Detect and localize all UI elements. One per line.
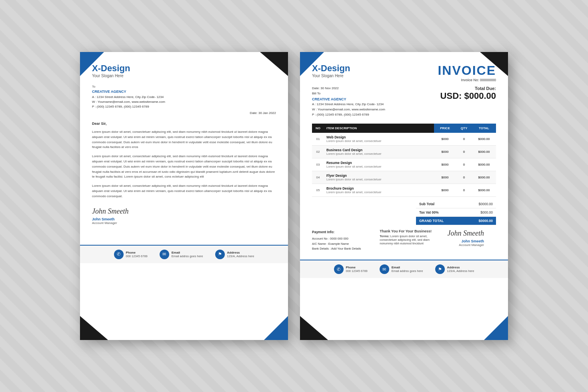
col-description: ITEM DESCRIPTION bbox=[324, 124, 434, 133]
item-price: $000 bbox=[434, 146, 456, 158]
address-value: 123/A, Address here bbox=[227, 254, 254, 258]
col-total: TOTAL bbox=[472, 124, 496, 133]
item-description: Lorem ipsum dolor sit amet, consectetuer bbox=[326, 152, 432, 156]
item-description: Lorem ipsum dolor sit amet, consectetuer bbox=[326, 165, 432, 168]
invoice-date: Date: 30 Nov 2022 bbox=[312, 86, 385, 91]
inv-footer-email: ✉ Email Email addrss goes here bbox=[380, 264, 423, 274]
inv-address-a: A : 1234 Street Address Here, City Zip C… bbox=[312, 102, 385, 107]
item-name: Resume Design bbox=[326, 161, 432, 165]
item-desc-cell: Flyer Design Lorem ipsum dolor sit amet,… bbox=[324, 171, 434, 184]
letterhead-footer: ✆ Phone 000 12345 6789 ✉ Email Email add… bbox=[80, 245, 288, 263]
letter-content: To CREATIVE AGENCY A : 1234 Street Addre… bbox=[80, 84, 288, 199]
inv-email-value: Email addrss goes here bbox=[392, 269, 423, 273]
email-label: Email bbox=[172, 251, 203, 254]
corner-bottom-left bbox=[80, 316, 108, 340]
item-desc-cell: Web Design Lorem ipsum dolor sit amet, c… bbox=[324, 133, 434, 146]
address-w: W : Yourname@email.com, www.websitename.… bbox=[92, 100, 276, 104]
bill-agency: CREATIVE AGENCY bbox=[312, 96, 385, 102]
grand-total-row: GRAND TOTAL $0000.00 bbox=[416, 217, 496, 225]
invoice-logo-name: X-Design bbox=[312, 63, 350, 74]
item-qty: 0 bbox=[456, 146, 472, 158]
col-qty: QTY bbox=[456, 124, 472, 133]
date-value: 30 Nov 2022 bbox=[320, 86, 338, 90]
thanks-section: Thank You For Your Business! Terms: Lore… bbox=[380, 229, 439, 252]
invoice-bill: Date: 30 Nov 2022 Bill To CREATIVE AGENC… bbox=[312, 86, 385, 117]
col-price: PRICE bbox=[434, 124, 456, 133]
invoice-footer: ✆ Phone 000 12345 6789 ✉ Email Email add… bbox=[300, 260, 508, 278]
grand-total-value: $0000.00 bbox=[464, 217, 496, 225]
inv-footer-phone-text: Phone 000 12345 6789 bbox=[346, 266, 368, 273]
item-desc-cell: Brochure Design Lorem ipsum dolor sit am… bbox=[324, 184, 434, 197]
acc-label: Account No bbox=[312, 237, 328, 240]
tax-value: $000.00 bbox=[464, 208, 496, 217]
invoice-corner-bottom-left bbox=[300, 316, 328, 340]
agency-name: CREATIVE AGENCY bbox=[92, 89, 276, 95]
inv-address-w: W : Yourname@email.com, www.websitename.… bbox=[312, 107, 385, 112]
subtotal-row: Sub Total $0000.00 bbox=[416, 200, 496, 208]
tax-label: Tax Vat 00% bbox=[416, 208, 464, 217]
letter-para-3: Lorem ipsum dolor sit amet, consectetuer… bbox=[92, 184, 276, 199]
phone-value: 000 12345 6789 bbox=[126, 254, 148, 258]
grand-total-label: GRAND TOTAL bbox=[416, 217, 464, 225]
phone-label: Phone bbox=[126, 251, 148, 254]
item-desc-cell: Resume Design Lorem ipsum dolor sit amet… bbox=[324, 158, 434, 171]
item-price: $000 bbox=[434, 158, 456, 171]
pages-container: X-Design Your Slogan Here To CREATIVE AG… bbox=[64, 36, 524, 356]
thanks-terms: Terms: Lorem ipsum dolor sit amet, conse… bbox=[380, 234, 439, 245]
subtotal-label: Sub Total bbox=[416, 200, 464, 208]
terms-label: Terms: bbox=[380, 234, 389, 238]
item-qty: 0 bbox=[456, 171, 472, 184]
footer-address: ⚑ Address 123/A, Address here bbox=[215, 250, 254, 259]
item-price: $000 bbox=[434, 133, 456, 146]
item-qty: 0 bbox=[456, 158, 472, 171]
address-a: A : 1234 Street Address Here, City Zip C… bbox=[92, 95, 276, 100]
footer-email-text: Email Email addrss goes here bbox=[172, 251, 203, 258]
invoice-table-row: 05 Brochure Design Lorem ipsum dolor sit… bbox=[312, 184, 496, 197]
invoice-header: X-Design Your Slogan Here INVOICE Invoic… bbox=[300, 52, 508, 86]
footer-email: ✉ Email Email addrss goes here bbox=[160, 250, 203, 259]
inv-address-p: P : (000) 12345 6789, (000) 12345 6789 bbox=[312, 112, 385, 118]
inv-footer-email-text: Email Email addrss goes here bbox=[392, 266, 423, 273]
date-line: Date: 30 Jan 2022 bbox=[92, 111, 276, 116]
invoice-table: NO ITEM DESCRIPTION PRICE QTY TOTAL 01 W… bbox=[312, 124, 496, 197]
item-description: Lorem ipsum dolor sit amet, consectetuer bbox=[326, 178, 432, 181]
footer-phone: ✆ Phone 000 12345 6789 bbox=[114, 250, 148, 259]
payment-bank: Bank Details : Add Your Bank Details bbox=[312, 246, 372, 252]
item-total: $000.00 bbox=[472, 133, 496, 146]
letterhead-header: X-Design Your Slogan Here bbox=[80, 52, 288, 84]
invoice-title-area: INVOICE Invoice No: 00000000 bbox=[438, 63, 496, 82]
totals-table: Sub Total $0000.00 Tax Vat 00% $000.00 G… bbox=[416, 200, 496, 225]
invoice-table-row: 04 Flyer Design Lorem ipsum dolor sit am… bbox=[312, 171, 496, 184]
logo-slogan: Your Slogan Here bbox=[92, 74, 276, 78]
item-no: 05 bbox=[312, 184, 324, 197]
payment-info: Payment Info: Account No : 0000 000 000 … bbox=[312, 229, 372, 252]
invoice-meta: Date: 30 Nov 2022 Bill To CREATIVE AGENC… bbox=[300, 86, 508, 120]
item-price: $000 bbox=[434, 184, 456, 197]
item-no: 03 bbox=[312, 158, 324, 171]
item-no: 01 bbox=[312, 133, 324, 146]
logo-name: X-Design bbox=[92, 63, 276, 74]
col-no: NO bbox=[312, 124, 324, 133]
item-description: Lorem ipsum dolor sit amet, consectetuer bbox=[326, 139, 432, 143]
item-total: $000.00 bbox=[472, 158, 496, 171]
signer-title: Account Manager bbox=[92, 221, 276, 225]
invoice-corner-bottom-right bbox=[484, 316, 508, 340]
invoice-table-row: 01 Web Design Lorem ipsum dolor sit amet… bbox=[312, 133, 496, 146]
email-value: Email addrss goes here bbox=[172, 254, 203, 258]
invoice-logo-slogan: Your Slogan Here bbox=[312, 74, 350, 78]
item-no: 02 bbox=[312, 146, 324, 158]
inv-phone-value: 000 12345 6789 bbox=[346, 269, 368, 273]
footer-address-text: Address 123/A, Address here bbox=[227, 251, 254, 258]
phone-icon: ✆ bbox=[114, 250, 124, 259]
subtotal-value: $0000.00 bbox=[464, 200, 496, 208]
item-name: Flyer Design bbox=[326, 174, 432, 178]
inv-signer-title: Account Manager bbox=[448, 243, 484, 247]
signature-area: John Smeeth John Smeeth Account Manager bbox=[80, 207, 288, 229]
total-due-area: Total Due: USD: $000.00 bbox=[440, 86, 496, 101]
address-label: Address bbox=[227, 251, 254, 254]
bank-value: : Add Your Bank Details bbox=[330, 247, 361, 250]
logo-area: X-Design Your Slogan Here bbox=[92, 63, 276, 78]
letter-para-2: Lorem ipsum dolor sit amet, consectetuer… bbox=[92, 154, 276, 180]
inv-address-value: 123/A, Address here bbox=[447, 269, 474, 273]
email-icon: ✉ bbox=[160, 250, 169, 259]
